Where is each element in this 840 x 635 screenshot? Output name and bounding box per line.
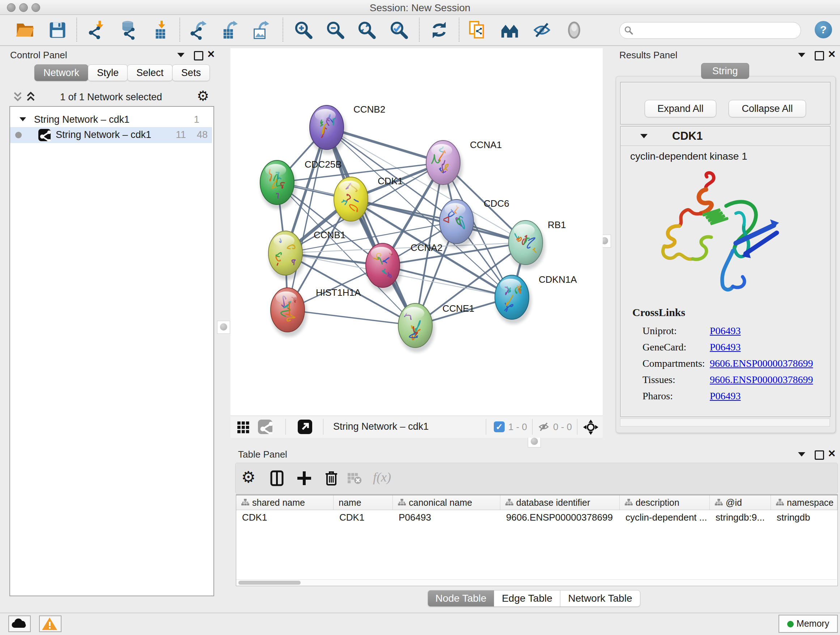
- node-CDC25B[interactable]: [260, 160, 294, 204]
- control-panel-menu-icon[interactable]: [177, 53, 185, 57]
- table-cell[interactable]: cyclin-dependent ...: [620, 510, 710, 526]
- hide-selected-icon[interactable]: [532, 20, 552, 40]
- crosslink-link[interactable]: P06493: [710, 325, 741, 336]
- network-row[interactable]: String Network – cdk1 11 48: [10, 127, 212, 143]
- results-panel-menu-icon[interactable]: [798, 53, 805, 57]
- crosslink-link[interactable]: 9606.ENSP00000378699: [710, 358, 813, 369]
- tab-edge-table[interactable]: Edge Table: [494, 590, 561, 607]
- open-session-icon[interactable]: [15, 20, 35, 40]
- export-table-icon[interactable]: [221, 20, 240, 40]
- network-graph[interactable]: CCNB2CCNA1CDC25BCDK1CDC6RB1CCNB1CCNA2CDK…: [231, 48, 603, 416]
- tab-network-table[interactable]: Network Table: [560, 590, 640, 607]
- zoom-in-icon[interactable]: [294, 20, 313, 40]
- node-CDC6[interactable]: [439, 200, 474, 244]
- column-header-shared-name[interactable]: shared name: [236, 495, 333, 510]
- crosslink-link[interactable]: P06493: [710, 341, 741, 353]
- node-RB1[interactable]: [508, 220, 543, 264]
- grid-view-icon[interactable]: [236, 420, 250, 434]
- node-CCNE1[interactable]: [398, 303, 432, 348]
- node-CDK1[interactable]: [334, 177, 368, 221]
- results-panel-close-icon[interactable]: ✕: [828, 49, 836, 60]
- refresh-icon[interactable]: [429, 20, 449, 40]
- results-scrollbar[interactable]: [620, 418, 830, 426]
- table-row[interactable]: CDK1CDK1P064939606.ENSP00000378699cyclin…: [236, 510, 837, 526]
- zoom-out-icon[interactable]: [325, 20, 345, 40]
- node-table: shared namenamecanonical namedatabase id…: [236, 494, 838, 586]
- table-cell[interactable]: CDK1: [333, 510, 393, 526]
- share-network-icon[interactable]: [258, 420, 272, 434]
- first-neighbors-icon[interactable]: [501, 20, 520, 40]
- search-input[interactable]: [619, 22, 801, 39]
- birdseye-icon[interactable]: [583, 419, 599, 435]
- warning-button[interactable]: [39, 616, 62, 632]
- open-in-window-icon[interactable]: [298, 420, 312, 434]
- tab-style[interactable]: Style: [88, 65, 128, 81]
- import-network-database-icon[interactable]: [118, 20, 138, 40]
- node-HIST1H1A[interactable]: [271, 288, 305, 332]
- gear-icon[interactable]: ⚙: [197, 89, 209, 103]
- gene-collapse-icon[interactable]: [640, 134, 647, 138]
- save-session-icon[interactable]: [48, 20, 67, 40]
- scrollbar-thumb[interactable]: [238, 581, 301, 585]
- crosslink-link[interactable]: P06493: [710, 390, 741, 402]
- gene-header-row[interactable]: CDK1: [621, 127, 830, 146]
- column-header-namespace[interactable]: namespace: [771, 495, 837, 510]
- tree-expand-icon[interactable]: [19, 117, 26, 121]
- column-header-canonical-name[interactable]: canonical name: [393, 495, 500, 510]
- columns-icon[interactable]: [268, 470, 286, 487]
- column-header-description[interactable]: description: [620, 495, 710, 510]
- network-collection-row[interactable]: String Network – cdk1 1: [10, 112, 212, 128]
- tab-sets[interactable]: Sets: [172, 65, 210, 81]
- export-image-icon[interactable]: [253, 20, 272, 40]
- crosslink-label: Pharos:: [643, 390, 710, 402]
- zoom-selected-icon[interactable]: [389, 20, 409, 40]
- node-CCNB2[interactable]: [309, 105, 344, 149]
- export-network-icon[interactable]: [190, 20, 210, 40]
- table-panel-close-icon[interactable]: ✕: [828, 448, 836, 459]
- left-splitter-handle[interactable]: [217, 321, 230, 334]
- node-CDKN1A[interactable]: [495, 275, 529, 319]
- function-builder-icon[interactable]: f(x): [373, 470, 391, 485]
- collapse-all-button[interactable]: Collapse All: [729, 100, 806, 117]
- results-panel-float-icon[interactable]: [815, 51, 824, 60]
- control-panel-float-icon[interactable]: [194, 51, 203, 60]
- node-CCNB1[interactable]: [268, 231, 302, 275]
- node-CCNA2[interactable]: [366, 243, 400, 287]
- tab-select[interactable]: Select: [127, 65, 172, 81]
- table-panel-float-icon[interactable]: [815, 450, 824, 460]
- table-panel-menu-icon[interactable]: [798, 452, 805, 456]
- column-header--id[interactable]: @id: [710, 495, 771, 510]
- cloud-button[interactable]: [8, 616, 31, 632]
- show-all-icon[interactable]: [564, 20, 584, 40]
- help-icon[interactable]: ?: [815, 21, 832, 38]
- tab-node-table[interactable]: Node Table: [428, 590, 494, 607]
- table-cell[interactable]: P06493: [393, 510, 500, 526]
- gear-icon[interactable]: ⚙: [241, 470, 256, 484]
- node-CCNA1[interactable]: [426, 141, 460, 185]
- column-header-database-identifier[interactable]: database identifier: [500, 495, 620, 510]
- memory-button[interactable]: Memory: [778, 615, 838, 633]
- results-actions-box: Expand All Collapse All: [620, 82, 831, 125]
- new-network-from-selection-icon[interactable]: [468, 20, 488, 40]
- table-cell[interactable]: 9606.ENSP00000378699: [500, 510, 620, 526]
- network-canvas[interactable]: CCNB2CCNA1CDC25BCDK1CDC6RB1CCNB1CCNA2CDK…: [231, 48, 603, 416]
- delete-table-icon[interactable]: [347, 472, 363, 486]
- column-header-name[interactable]: name: [333, 495, 393, 510]
- tab-network[interactable]: Network: [34, 65, 88, 81]
- crosslink-link[interactable]: 9606.ENSP00000378699: [710, 374, 813, 385]
- import-table-icon[interactable]: [151, 20, 171, 40]
- table-cell[interactable]: CDK1: [236, 510, 333, 526]
- import-network-file-icon[interactable]: [88, 20, 108, 40]
- hidden-eye-icon[interactable]: [537, 421, 550, 432]
- tab-string[interactable]: String: [701, 63, 749, 79]
- control-panel-close-icon[interactable]: ✕: [207, 49, 215, 60]
- table-horizontal-scrollbar[interactable]: [236, 579, 837, 585]
- add-column-icon[interactable]: [295, 470, 313, 487]
- delete-column-icon[interactable]: [323, 470, 340, 487]
- selected-checkbox-icon[interactable]: ✓: [494, 421, 505, 432]
- table-cell[interactable]: stringdb:9...: [710, 510, 771, 526]
- zoom-fit-icon[interactable]: [357, 20, 377, 40]
- edge-CCNB2-HIST1H1A[interactable]: [287, 127, 327, 310]
- expand-all-button[interactable]: Expand All: [645, 100, 716, 117]
- table-cell[interactable]: stringdb: [771, 510, 837, 526]
